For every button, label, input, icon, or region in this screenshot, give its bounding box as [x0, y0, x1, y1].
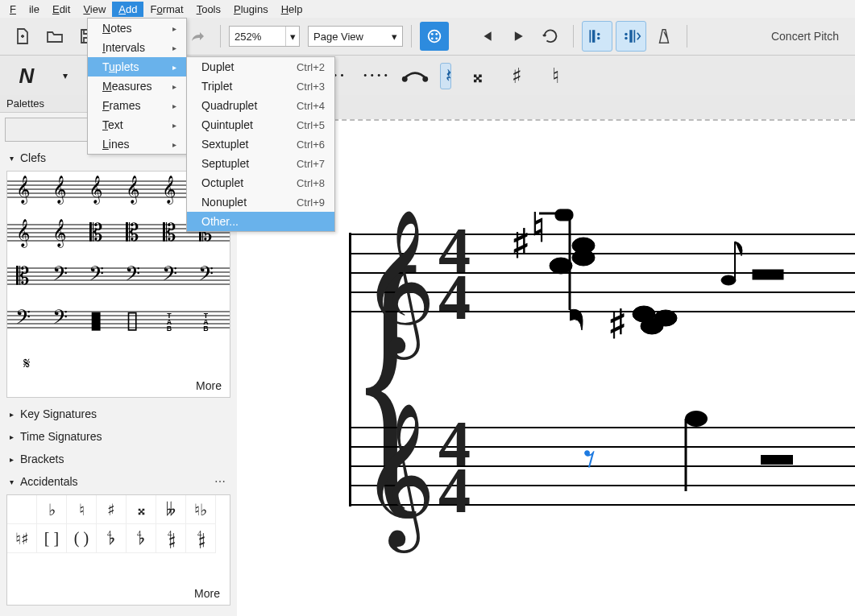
svg-rect-12 [633, 30, 635, 43]
svg-point-9 [625, 33, 627, 35]
accidental-item[interactable]: 𝄳 [97, 524, 127, 553]
staff-1-notes: ♯ ♮ ♯ [487, 177, 855, 387]
menu-edit[interactable]: Edit [46, 2, 77, 17]
palette-label: Accidentals [20, 475, 78, 488]
palette-section-keysig[interactable]: ▸Key Signatures [0, 403, 237, 425]
double-sharp-icon[interactable]: 𝄪 [466, 64, 490, 88]
expand-icon: ▸ [10, 410, 14, 419]
dropdown-icon[interactable]: ▾ [53, 70, 77, 82]
menu-item-notes[interactable]: Notes [88, 19, 186, 38]
palette-section-articulations[interactable]: ▸Articulations [0, 610, 237, 616]
natural-icon[interactable]: ♮ [543, 64, 567, 89]
menu-item-triplet[interactable]: TripletCtrl+3 [187, 76, 334, 96]
separator [573, 25, 574, 48]
expand-icon: ▾ [10, 478, 14, 486]
menu-tools[interactable]: Tools [190, 2, 227, 17]
accidental-item[interactable]: 𝄳 [127, 524, 156, 553]
menu-plugins[interactable]: Plugins [227, 2, 275, 17]
menu-item-duplet[interactable]: DupletCtrl+2 [187, 57, 334, 76]
concert-pitch-button[interactable]: Concert Pitch [771, 30, 839, 43]
svg-point-60 [654, 310, 677, 326]
palette-section-timesig[interactable]: ▸Time Signatures [0, 425, 237, 448]
accidental-item[interactable]: 𝄲 [156, 524, 186, 553]
accidental-item[interactable]: ♭ [37, 495, 67, 524]
menu-add[interactable]: Add [112, 2, 143, 17]
quad-dot-icon[interactable]: ···· [363, 64, 387, 88]
menu-item-measures[interactable]: Measures [88, 76, 186, 96]
menu-help[interactable]: Help [275, 2, 309, 17]
svg-rect-5 [589, 30, 591, 43]
palette-color-button[interactable] [420, 22, 449, 51]
svg-text:♯: ♯ [608, 302, 627, 347]
separator [220, 25, 221, 48]
repeat-start-button[interactable] [582, 21, 612, 52]
svg-text:𝄞: 𝄞 [52, 176, 67, 205]
add-menu-dropdown: Notes Intervals Tuplets Measures Frames … [87, 18, 187, 155]
menu-item-lines[interactable]: Lines [88, 134, 186, 154]
menu-item-intervals[interactable]: Intervals [88, 38, 186, 57]
metronome-button[interactable] [650, 22, 679, 51]
menu-item-octuplet[interactable]: OctupletCtrl+8 [187, 173, 334, 192]
svg-text:𝄡: 𝄡 [126, 219, 139, 246]
repeat-end-button[interactable] [616, 21, 646, 52]
svg-text:𝄞: 𝄞 [162, 176, 176, 205]
svg-point-13 [402, 76, 408, 82]
accidental-item[interactable]: 𝄲 [186, 524, 216, 553]
menubar: File Edit View Add Format Tools Plugins … [0, 0, 855, 18]
open-button[interactable] [40, 22, 69, 51]
svg-text:♮: ♮ [531, 205, 546, 250]
menu-item-other[interactable]: Other... [187, 212, 334, 231]
slur-icon[interactable] [401, 64, 425, 88]
menu-item-sextuplet[interactable]: SextupletCtrl+6 [187, 134, 334, 154]
svg-text:♯: ♯ [511, 221, 530, 267]
new-score-button[interactable] [8, 22, 37, 51]
svg-point-56 [572, 250, 595, 266]
accidental-item[interactable]: ♮ [67, 495, 97, 524]
svg-text:𝄾: 𝄾 [584, 450, 595, 468]
zoom-select[interactable]: 252% ▾ [229, 26, 300, 47]
svg-text:𝄞: 𝄞 [126, 176, 140, 205]
svg-point-2 [435, 33, 438, 35]
expand-icon: ▸ [10, 432, 14, 441]
note-input-button[interactable]: N [15, 64, 39, 89]
more-button[interactable]: More [7, 582, 230, 605]
menu-item-text[interactable]: Text [88, 115, 186, 134]
svg-rect-63 [753, 270, 783, 279]
accidental-item[interactable]: [ ] [37, 524, 67, 553]
staff-2-notes: 𝄾 [487, 378, 855, 556]
accidental-item[interactable]: ♮♯ [7, 524, 37, 553]
redo-button[interactable] [183, 22, 212, 51]
more-button[interactable]: More [196, 379, 222, 392]
rest-button[interactable]: 𝄽 [440, 63, 451, 89]
palette-section-accidentals[interactable]: ▾Accidentals⋯ [0, 470, 237, 493]
menu-file[interactable]: File [3, 2, 46, 17]
svg-text:𝄢: 𝄢 [15, 306, 31, 333]
view-mode-select[interactable]: Page View ▾ [308, 26, 403, 47]
rewind-button[interactable] [471, 22, 500, 51]
accidental-item[interactable]: ( ) [67, 524, 97, 553]
more-icon[interactable]: ⋯ [214, 475, 227, 488]
accidental-item[interactable]: 𝄪 [127, 495, 156, 524]
svg-text:𝄡: 𝄡 [89, 219, 103, 246]
play-button[interactable] [504, 22, 533, 51]
menu-item-quintuplet[interactable]: QuintupletCtrl+5 [187, 115, 334, 134]
accidental-item[interactable] [7, 495, 37, 524]
sharp-icon[interactable]: ♯ [504, 64, 529, 89]
menu-item-tuplets[interactable]: Tuplets [88, 57, 186, 76]
accidental-item[interactable]: ♮♭ [186, 495, 216, 524]
svg-text:𝄡: 𝄡 [16, 263, 30, 289]
menu-item-frames[interactable]: Frames [88, 96, 186, 115]
menu-format[interactable]: Format [143, 2, 189, 17]
accidental-item[interactable]: 𝄫 [156, 495, 186, 524]
tuplets-submenu: DupletCtrl+2 TripletCtrl+3 QuadrupletCtr… [186, 56, 335, 232]
menu-item-quadruplet[interactable]: QuadrupletCtrl+4 [187, 96, 334, 115]
loop-button[interactable] [536, 22, 565, 51]
palette-section-brackets[interactable]: ▸Brackets [0, 448, 237, 470]
menu-item-nonuplet[interactable]: NonupletCtrl+9 [187, 192, 334, 212]
svg-point-14 [422, 76, 428, 82]
svg-point-4 [435, 37, 438, 39]
menu-view[interactable]: View [77, 2, 112, 17]
accidental-item[interactable]: ♯ [97, 495, 127, 524]
svg-text:𝄢: 𝄢 [52, 306, 68, 333]
menu-item-septuplet[interactable]: SeptupletCtrl+7 [187, 154, 334, 173]
